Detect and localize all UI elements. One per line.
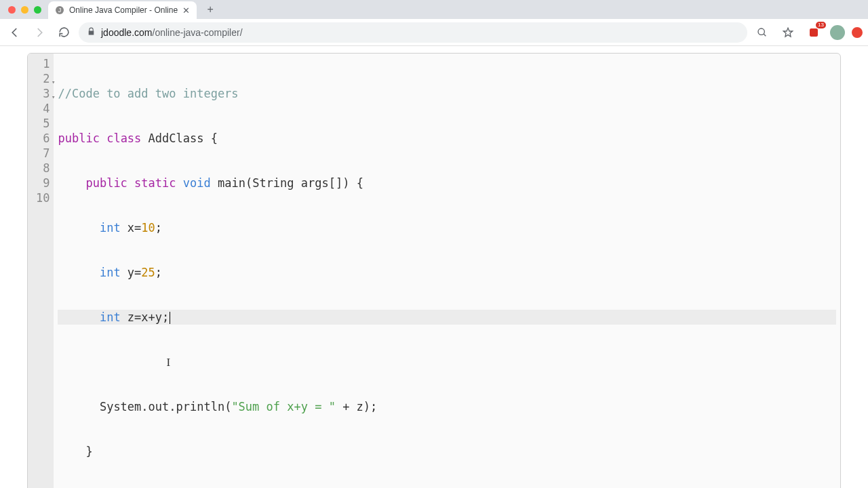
tab-close-icon[interactable]: ✕ xyxy=(182,5,190,16)
window-controls xyxy=(5,6,48,14)
reload-button[interactable] xyxy=(54,23,73,42)
ibeam-cursor-icon: I xyxy=(58,356,170,369)
new-tab-button[interactable]: + xyxy=(202,1,218,18)
svg-rect-3 xyxy=(810,28,818,37)
line-number: 4 xyxy=(36,101,50,116)
line-number: 5 xyxy=(36,116,50,131)
line-number: 1 xyxy=(36,56,50,71)
url-text: jdoodle.com/online-java-compiler/ xyxy=(101,27,243,38)
address-bar[interactable]: jdoodle.com/online-java-compiler/ xyxy=(79,22,747,43)
browser-tab[interactable]: J Online Java Compiler - Online ✕ xyxy=(48,1,197,19)
extension-icon[interactable]: 13 xyxy=(804,23,823,42)
lock-icon xyxy=(87,27,96,38)
svg-text:J: J xyxy=(58,7,62,14)
line-number: 3 xyxy=(36,86,50,101)
code-area[interactable]: //Code to add two integers public class … xyxy=(54,54,840,488)
page-content: 1 2 3 4 5 6 7 8 9 10 //Code to add two i… xyxy=(0,46,868,488)
profile-avatar[interactable] xyxy=(830,25,845,40)
bookmark-icon[interactable] xyxy=(778,23,797,42)
line-number: 2 xyxy=(36,71,50,86)
code-editor[interactable]: 1 2 3 4 5 6 7 8 9 10 //Code to add two i… xyxy=(27,53,841,488)
line-number: 8 xyxy=(36,161,50,176)
tab-title: Online Java Compiler - Online xyxy=(69,5,178,15)
line-gutter: 1 2 3 4 5 6 7 8 9 10 xyxy=(28,54,54,488)
text-cursor xyxy=(170,312,170,324)
browser-chrome: J Online Java Compiler - Online ✕ + jdoo… xyxy=(0,0,868,46)
line-number: 9 xyxy=(36,176,50,190)
close-window-icon[interactable] xyxy=(8,6,16,14)
back-button[interactable] xyxy=(5,23,24,42)
tab-favicon-icon: J xyxy=(55,5,64,15)
forward-button[interactable] xyxy=(30,23,49,42)
maximize-window-icon[interactable] xyxy=(34,6,41,14)
minimize-window-icon[interactable] xyxy=(21,6,28,14)
svg-point-2 xyxy=(758,28,764,35)
line-number: 6 xyxy=(36,131,50,146)
zoom-icon[interactable] xyxy=(753,23,772,42)
line-number: 10 xyxy=(36,190,50,205)
line-number: 7 xyxy=(36,146,50,161)
extension-icon-2[interactable] xyxy=(852,27,863,38)
tab-bar: J Online Java Compiler - Online ✕ + xyxy=(0,0,868,19)
nav-bar: jdoodle.com/online-java-compiler/ 13 xyxy=(0,19,868,46)
